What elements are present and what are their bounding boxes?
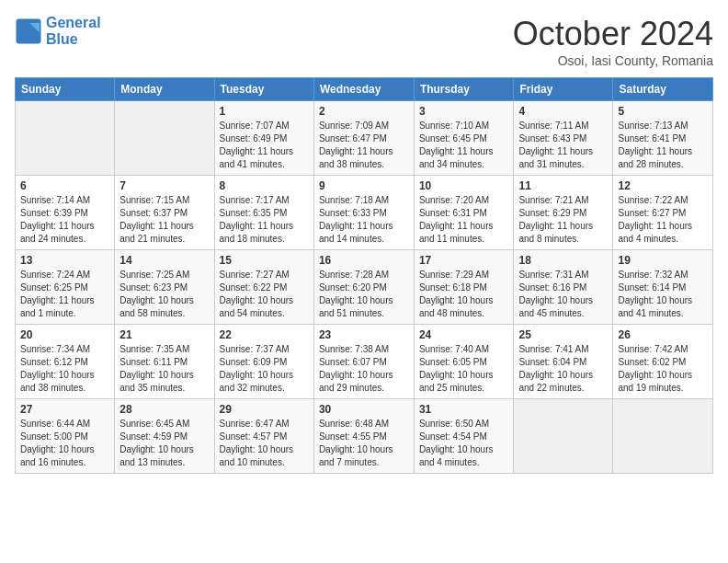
- day-info: Sunrise: 7:31 AM Sunset: 6:16 PM Dayligh…: [518, 269, 608, 320]
- title-block: October 2024 Osoi, Iasi County, Romania: [513, 15, 713, 68]
- calendar-cell: 14Sunrise: 7:25 AM Sunset: 6:23 PM Dayli…: [115, 250, 214, 325]
- calendar-cell: 15Sunrise: 7:27 AM Sunset: 6:22 PM Dayli…: [214, 250, 313, 325]
- day-number: 20: [20, 328, 109, 341]
- day-info: Sunrise: 7:38 AM Sunset: 6:07 PM Dayligh…: [319, 343, 409, 395]
- weekday-header-wednesday: Wednesday: [313, 78, 414, 101]
- calendar-cell: 6Sunrise: 7:14 AM Sunset: 6:39 PM Daylig…: [16, 176, 115, 250]
- calendar-cell: 3Sunrise: 7:10 AM Sunset: 6:45 PM Daylig…: [414, 101, 514, 176]
- calendar-cell: 10Sunrise: 7:20 AM Sunset: 6:31 PM Dayli…: [414, 176, 514, 250]
- day-number: 31: [419, 403, 509, 416]
- calendar-cell: 11Sunrise: 7:21 AM Sunset: 6:29 PM Dayli…: [514, 176, 613, 250]
- day-info: Sunrise: 7:09 AM Sunset: 6:47 PM Dayligh…: [319, 120, 409, 171]
- day-info: Sunrise: 7:35 AM Sunset: 6:11 PM Dayligh…: [119, 343, 209, 395]
- calendar-cell: 31Sunrise: 6:50 AM Sunset: 4:54 PM Dayli…: [414, 399, 514, 474]
- day-info: Sunrise: 7:28 AM Sunset: 6:20 PM Dayligh…: [319, 269, 409, 320]
- weekday-header-sunday: Sunday: [16, 78, 115, 101]
- day-number: 30: [319, 403, 409, 416]
- day-info: Sunrise: 6:50 AM Sunset: 4:54 PM Dayligh…: [419, 418, 509, 469]
- weekday-header-monday: Monday: [115, 78, 214, 101]
- calendar-cell: 5Sunrise: 7:13 AM Sunset: 6:41 PM Daylig…: [613, 101, 713, 176]
- day-number: 14: [119, 254, 209, 267]
- day-info: Sunrise: 7:17 AM Sunset: 6:35 PM Dayligh…: [220, 194, 309, 246]
- calendar-cell: 22Sunrise: 7:37 AM Sunset: 6:09 PM Dayli…: [214, 325, 313, 399]
- calendar-cell: 20Sunrise: 7:34 AM Sunset: 6:12 PM Dayli…: [16, 325, 115, 399]
- day-number: 29: [220, 403, 309, 416]
- day-number: 3: [419, 105, 509, 118]
- weekday-header-friday: Friday: [514, 78, 613, 101]
- day-number: 26: [618, 328, 708, 341]
- calendar-cell: 17Sunrise: 7:29 AM Sunset: 6:18 PM Dayli…: [414, 250, 514, 325]
- logo-icon: [15, 17, 42, 45]
- weekday-header-thursday: Thursday: [414, 78, 514, 101]
- day-info: Sunrise: 7:32 AM Sunset: 6:14 PM Dayligh…: [618, 269, 708, 320]
- day-info: Sunrise: 7:18 AM Sunset: 6:33 PM Dayligh…: [319, 194, 409, 246]
- day-info: Sunrise: 7:13 AM Sunset: 6:41 PM Dayligh…: [618, 120, 708, 171]
- day-info: Sunrise: 6:48 AM Sunset: 4:55 PM Dayligh…: [319, 418, 409, 469]
- calendar-cell: 25Sunrise: 7:41 AM Sunset: 6:04 PM Dayli…: [514, 325, 613, 399]
- day-number: 9: [319, 179, 409, 192]
- calendar-cell: 16Sunrise: 7:28 AM Sunset: 6:20 PM Dayli…: [313, 250, 414, 325]
- calendar-cell: [115, 101, 214, 176]
- calendar-cell: 7Sunrise: 7:15 AM Sunset: 6:37 PM Daylig…: [115, 176, 214, 250]
- calendar-cell: 27Sunrise: 6:44 AM Sunset: 5:00 PM Dayli…: [16, 399, 115, 474]
- week-row-4: 27Sunrise: 6:44 AM Sunset: 5:00 PM Dayli…: [16, 399, 713, 474]
- day-info: Sunrise: 7:42 AM Sunset: 6:02 PM Dayligh…: [618, 343, 708, 395]
- day-info: Sunrise: 7:41 AM Sunset: 6:04 PM Dayligh…: [518, 343, 608, 395]
- day-info: Sunrise: 7:37 AM Sunset: 6:09 PM Dayligh…: [220, 343, 309, 395]
- day-info: Sunrise: 6:47 AM Sunset: 4:57 PM Dayligh…: [220, 418, 309, 469]
- day-info: Sunrise: 7:24 AM Sunset: 6:25 PM Dayligh…: [20, 269, 109, 320]
- calendar-cell: 12Sunrise: 7:22 AM Sunset: 6:27 PM Dayli…: [613, 176, 713, 250]
- calendar-cell: 19Sunrise: 7:32 AM Sunset: 6:14 PM Dayli…: [613, 250, 713, 325]
- day-info: Sunrise: 7:07 AM Sunset: 6:49 PM Dayligh…: [220, 120, 309, 171]
- day-number: 22: [220, 328, 309, 341]
- weekday-header-tuesday: Tuesday: [214, 78, 313, 101]
- day-number: 27: [20, 403, 109, 416]
- day-info: Sunrise: 7:29 AM Sunset: 6:18 PM Dayligh…: [419, 269, 509, 320]
- day-number: 11: [518, 179, 608, 192]
- day-info: Sunrise: 6:44 AM Sunset: 5:00 PM Dayligh…: [20, 418, 109, 469]
- day-number: 7: [119, 179, 209, 192]
- calendar-cell: 23Sunrise: 7:38 AM Sunset: 6:07 PM Dayli…: [313, 325, 414, 399]
- calendar-cell: [16, 101, 115, 176]
- location: Osoi, Iasi County, Romania: [513, 53, 713, 68]
- day-number: 1: [220, 105, 309, 118]
- month-title: October 2024: [513, 15, 713, 53]
- day-number: 19: [618, 254, 708, 267]
- week-row-3: 20Sunrise: 7:34 AM Sunset: 6:12 PM Dayli…: [16, 325, 713, 399]
- day-info: Sunrise: 7:20 AM Sunset: 6:31 PM Dayligh…: [419, 194, 509, 246]
- calendar-cell: 29Sunrise: 6:47 AM Sunset: 4:57 PM Dayli…: [214, 399, 313, 474]
- day-number: 18: [518, 254, 608, 267]
- day-number: 6: [20, 179, 109, 192]
- calendar-table: SundayMondayTuesdayWednesdayThursdayFrid…: [15, 77, 713, 474]
- calendar-cell: 21Sunrise: 7:35 AM Sunset: 6:11 PM Dayli…: [115, 325, 214, 399]
- day-info: Sunrise: 7:14 AM Sunset: 6:39 PM Dayligh…: [20, 194, 109, 246]
- day-number: 23: [319, 328, 409, 341]
- day-info: Sunrise: 7:27 AM Sunset: 6:22 PM Dayligh…: [220, 269, 309, 320]
- day-info: Sunrise: 7:22 AM Sunset: 6:27 PM Dayligh…: [618, 194, 708, 246]
- day-info: Sunrise: 7:10 AM Sunset: 6:45 PM Dayligh…: [419, 120, 509, 171]
- day-number: 13: [20, 254, 109, 267]
- calendar-cell: 1Sunrise: 7:07 AM Sunset: 6:49 PM Daylig…: [214, 101, 313, 176]
- day-info: Sunrise: 6:45 AM Sunset: 4:59 PM Dayligh…: [119, 418, 209, 469]
- calendar-cell: 2Sunrise: 7:09 AM Sunset: 6:47 PM Daylig…: [313, 101, 414, 176]
- calendar-cell: 4Sunrise: 7:11 AM Sunset: 6:43 PM Daylig…: [514, 101, 613, 176]
- day-number: 17: [419, 254, 509, 267]
- calendar-cell: 18Sunrise: 7:31 AM Sunset: 6:16 PM Dayli…: [514, 250, 613, 325]
- day-number: 28: [119, 403, 209, 416]
- calendar-cell: 13Sunrise: 7:24 AM Sunset: 6:25 PM Dayli…: [16, 250, 115, 325]
- day-info: Sunrise: 7:34 AM Sunset: 6:12 PM Dayligh…: [20, 343, 109, 395]
- day-info: Sunrise: 7:21 AM Sunset: 6:29 PM Dayligh…: [518, 194, 608, 246]
- day-number: 4: [518, 105, 608, 118]
- day-number: 25: [518, 328, 608, 341]
- day-info: Sunrise: 7:40 AM Sunset: 6:05 PM Dayligh…: [419, 343, 509, 395]
- weekday-header-row: SundayMondayTuesdayWednesdayThursdayFrid…: [16, 78, 713, 101]
- calendar-cell: 24Sunrise: 7:40 AM Sunset: 6:05 PM Dayli…: [414, 325, 514, 399]
- logo: General Blue: [15, 15, 101, 48]
- calendar-cell: 26Sunrise: 7:42 AM Sunset: 6:02 PM Dayli…: [613, 325, 713, 399]
- page-header: General Blue October 2024 Osoi, Iasi Cou…: [15, 15, 713, 68]
- day-info: Sunrise: 7:25 AM Sunset: 6:23 PM Dayligh…: [119, 269, 209, 320]
- day-number: 10: [419, 179, 509, 192]
- day-number: 15: [220, 254, 309, 267]
- calendar-cell: [613, 399, 713, 474]
- day-number: 2: [319, 105, 409, 118]
